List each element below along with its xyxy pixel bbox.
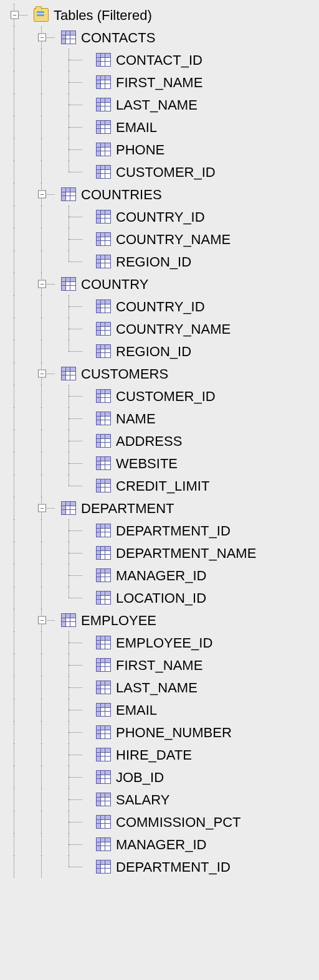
expander-icon[interactable]: − bbox=[38, 616, 46, 624]
table-icon bbox=[61, 187, 76, 201]
column-row[interactable]: CONTACT_ID bbox=[6, 49, 319, 71]
column-label: CREDIT_LIMIT bbox=[116, 478, 209, 494]
column-icon bbox=[96, 232, 111, 246]
table-row[interactable]: −CONTACTS bbox=[6, 26, 319, 49]
expander-icon[interactable]: − bbox=[11, 11, 19, 19]
table-row[interactable]: −DEPARTMENT bbox=[6, 497, 319, 519]
column-row[interactable]: LOCATION_ID bbox=[6, 587, 319, 609]
table-label: CONTACTS bbox=[81, 29, 155, 46]
root-label: Tables (Filtered) bbox=[54, 7, 152, 24]
column-row[interactable]: COUNTRY_ID bbox=[6, 295, 319, 318]
column-label: CUSTOMER_ID bbox=[116, 164, 216, 181]
column-row[interactable]: SALARY bbox=[6, 788, 319, 811]
column-row[interactable]: EMAIL bbox=[6, 116, 319, 138]
expander-icon[interactable]: − bbox=[38, 280, 46, 288]
column-row[interactable]: WEBSITE bbox=[6, 452, 319, 474]
table-node: −CONTACTSCONTACT_IDFIRST_NAMELAST_NAMEEM… bbox=[6, 26, 319, 183]
table-icon bbox=[61, 277, 76, 291]
column-icon bbox=[96, 681, 111, 694]
column-row[interactable]: DEPARTMENT_ID bbox=[6, 855, 319, 878]
column-label: EMAIL bbox=[116, 119, 157, 136]
column-icon bbox=[96, 75, 111, 89]
table-icon bbox=[61, 367, 76, 380]
column-label: REGION_ID bbox=[116, 343, 191, 360]
column-icon bbox=[96, 210, 111, 224]
column-row[interactable]: CUSTOMER_ID bbox=[6, 161, 319, 183]
table-label: DEPARTMENT bbox=[81, 500, 174, 517]
column-label: NAME bbox=[116, 410, 156, 427]
column-row[interactable]: COUNTRY_ID bbox=[6, 205, 319, 228]
table-label: CUSTOMERS bbox=[81, 365, 168, 382]
table-row[interactable]: −COUNTRY bbox=[6, 273, 319, 295]
column-row[interactable]: FIRST_NAME bbox=[6, 71, 319, 93]
tree-node-root: − Tables (Filtered) −CONTACTSCONTACT_IDF… bbox=[6, 4, 319, 878]
column-icon bbox=[96, 322, 111, 336]
column-row[interactable]: CREDIT_LIMIT bbox=[6, 474, 319, 497]
column-icon bbox=[96, 165, 111, 179]
column-row[interactable]: MANAGER_ID bbox=[6, 833, 319, 855]
table-row[interactable]: −EMPLOYEE bbox=[6, 609, 319, 631]
column-row[interactable]: REGION_ID bbox=[6, 340, 319, 362]
column-icon bbox=[96, 837, 111, 851]
column-label: COUNTRY_NAME bbox=[116, 231, 231, 248]
column-row[interactable]: COUNTRY_NAME bbox=[6, 228, 319, 250]
column-row[interactable]: EMPLOYEE_ID bbox=[6, 631, 319, 654]
column-icon bbox=[96, 389, 111, 403]
expander-icon[interactable]: − bbox=[38, 504, 46, 512]
column-label: LAST_NAME bbox=[116, 679, 198, 696]
table-icon bbox=[61, 501, 76, 515]
column-row[interactable]: MANAGER_ID bbox=[6, 564, 319, 587]
column-row[interactable]: JOB_ID bbox=[6, 766, 319, 788]
column-icon bbox=[96, 120, 111, 134]
column-row[interactable]: CUSTOMER_ID bbox=[6, 385, 319, 407]
table-label: COUNTRY bbox=[81, 276, 148, 293]
table-row[interactable]: −COUNTRIES bbox=[6, 183, 319, 205]
table-icon bbox=[61, 31, 76, 44]
column-row[interactable]: REGION_ID bbox=[6, 250, 319, 273]
column-row[interactable]: NAME bbox=[6, 407, 319, 430]
table-row[interactable]: −CUSTOMERS bbox=[6, 362, 319, 385]
column-row[interactable]: ADDRESS bbox=[6, 430, 319, 452]
column-row[interactable]: LAST_NAME bbox=[6, 93, 319, 116]
column-row[interactable]: PHONE bbox=[6, 138, 319, 161]
column-label: PHONE bbox=[116, 141, 164, 158]
column-label: DEPARTMENT_ID bbox=[116, 522, 231, 539]
expander-icon[interactable]: − bbox=[38, 34, 46, 42]
column-label: DEPARTMENT_NAME bbox=[116, 545, 256, 562]
column-label: JOB_ID bbox=[116, 769, 164, 786]
column-label: CONTACT_ID bbox=[116, 52, 202, 68]
column-label: MANAGER_ID bbox=[116, 567, 206, 584]
column-label: EMAIL bbox=[116, 702, 157, 719]
column-row[interactable]: DEPARTMENT_NAME bbox=[6, 542, 319, 564]
column-label: REGION_ID bbox=[116, 253, 191, 270]
column-icon bbox=[96, 748, 111, 761]
expander-icon[interactable]: − bbox=[38, 191, 46, 199]
column-label: FIRST_NAME bbox=[116, 657, 202, 674]
table-node: −CUSTOMERSCUSTOMER_IDNAMEADDRESSWEBSITEC… bbox=[6, 362, 319, 497]
column-icon bbox=[96, 479, 111, 492]
column-icon bbox=[96, 412, 111, 425]
db-tree: − Tables (Filtered) −CONTACTSCONTACT_IDF… bbox=[0, 0, 319, 882]
column-icon bbox=[96, 725, 111, 739]
column-row[interactable]: COMMISSION_PCT bbox=[6, 811, 319, 833]
column-icon bbox=[96, 255, 111, 268]
column-row[interactable]: LAST_NAME bbox=[6, 676, 319, 699]
column-label: EMPLOYEE_ID bbox=[116, 634, 212, 651]
column-label: LOCATION_ID bbox=[116, 590, 206, 606]
column-icon bbox=[96, 658, 111, 672]
column-label: CUSTOMER_ID bbox=[116, 388, 216, 405]
column-row[interactable]: EMAIL bbox=[6, 699, 319, 721]
table-node: −COUNTRYCOUNTRY_IDCOUNTRY_NAMEREGION_ID bbox=[6, 273, 319, 362]
column-row[interactable]: HIRE_DATE bbox=[6, 743, 319, 766]
column-row[interactable]: COUNTRY_NAME bbox=[6, 318, 319, 340]
column-icon bbox=[96, 434, 111, 448]
column-row[interactable]: PHONE_NUMBER bbox=[6, 721, 319, 743]
table-label: EMPLOYEE bbox=[81, 612, 156, 629]
expander-icon[interactable]: − bbox=[38, 370, 46, 378]
column-icon bbox=[96, 815, 111, 829]
column-label: COUNTRY_NAME bbox=[116, 321, 231, 337]
tree-row-tables[interactable]: − Tables (Filtered) bbox=[6, 4, 319, 26]
column-row[interactable]: FIRST_NAME bbox=[6, 654, 319, 676]
column-icon bbox=[96, 299, 111, 313]
column-row[interactable]: DEPARTMENT_ID bbox=[6, 519, 319, 542]
